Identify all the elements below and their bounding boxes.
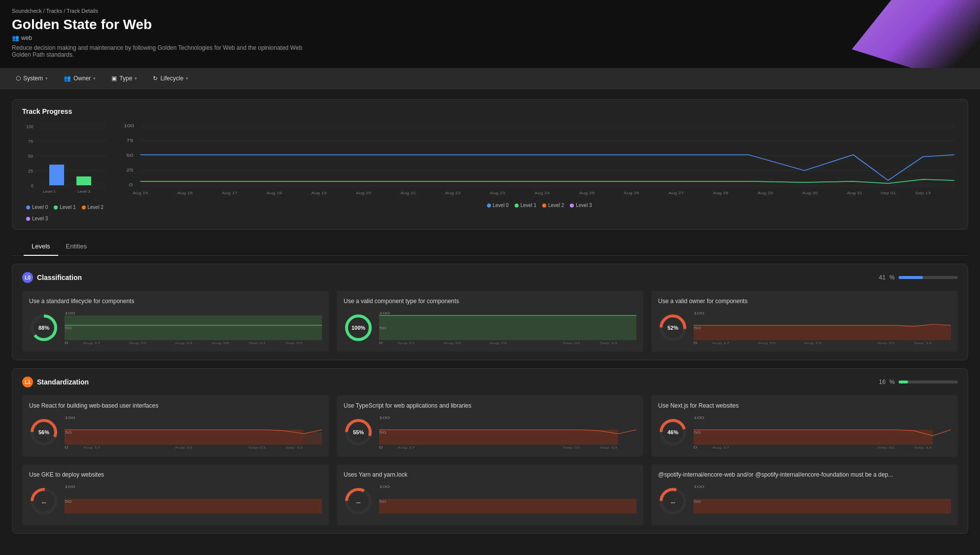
svg-text:50: 50 [694, 431, 701, 434]
svg-text:Aug 17: Aug 17 [83, 342, 100, 345]
bar-chart-svg: 100 75 50 25 0 [22, 121, 111, 200]
bar-chart-legend: Level 0 Level 1 Level 2 Level 3 [22, 205, 121, 221]
svg-text:Sep 01: Sep 01 [880, 191, 896, 195]
svg-text:100: 100 [26, 124, 34, 129]
classification-card: L0 Classification 41% Use a standard lif… [12, 264, 968, 360]
svg-text:Sep 01: Sep 01 [877, 446, 895, 450]
line-chart: 100 75 50 25 0 [121, 121, 958, 221]
mini-line-chart: 100 50 [379, 484, 636, 519]
svg-text:Aug 27: Aug 27 [668, 191, 684, 195]
line-chart-svg: 100 75 50 25 0 [121, 121, 958, 200]
svg-text:Aug 20: Aug 20 [444, 342, 461, 345]
svg-text:100: 100 [694, 312, 704, 315]
classification-title: Classification [37, 274, 82, 281]
svg-text:Aug 29: Aug 29 [758, 191, 773, 195]
svg-text:25: 25 [28, 169, 33, 173]
metric-title: Uses Yarn and yarn.lock [344, 471, 636, 478]
metric-card: Use Next.js for React websites 46% [651, 395, 958, 456]
classification-pct-row: 41% [879, 274, 958, 281]
svg-text:Aug 23: Aug 23 [175, 446, 192, 450]
standardization-bottom-metrics: Use GKE to deploy websites ... [22, 464, 958, 525]
svg-text:Aug 20: Aug 20 [758, 342, 775, 345]
track-progress-title: Track Progress [22, 107, 958, 115]
donut-chart: 46% [658, 417, 688, 447]
donut-chart: ... [344, 486, 373, 516]
svg-text:Sep 01: Sep 01 [563, 446, 580, 450]
svg-text:Sep 01: Sep 01 [248, 446, 266, 450]
svg-text:50: 50 [694, 326, 701, 330]
chevron-down-icon: ▾ [135, 76, 137, 81]
svg-rect-58 [379, 315, 636, 340]
metric-title: Use a valid component type for component… [344, 298, 636, 305]
svg-text:Sep 13: Sep 13 [599, 446, 617, 450]
svg-rect-120 [694, 499, 951, 514]
svg-text:100: 100 [694, 485, 704, 488]
svg-text:50: 50 [126, 153, 133, 158]
svg-text:Aug 30: Aug 30 [802, 191, 818, 195]
tab-levels[interactable]: Levels [24, 238, 58, 256]
metric-title: Use a valid owner for components [658, 298, 951, 305]
svg-text:Aug 17: Aug 17 [397, 446, 415, 450]
filter-type[interactable]: ▣ Type ▾ [107, 73, 141, 84]
svg-text:Aug 19: Aug 19 [311, 191, 327, 195]
svg-text:Aug 23: Aug 23 [804, 342, 821, 345]
breadcrumb-root[interactable]: Soundcheck [12, 8, 42, 14]
line-chart-legend: Level 0 Level 1 Level 2 Level 3 [121, 203, 958, 208]
donut-chart: ... [658, 486, 688, 516]
svg-text:Sep 13: Sep 13 [599, 342, 617, 345]
svg-text:Aug 28: Aug 28 [713, 191, 729, 195]
metric-card-encore: @spotify-internal/encore-web and/or @spo… [651, 464, 958, 525]
svg-text:100: 100 [694, 416, 704, 419]
chevron-down-icon: ▾ [186, 76, 188, 81]
svg-text:Aug 24: Aug 24 [534, 191, 550, 195]
standardization-metrics: Use React for building web-based user in… [22, 395, 958, 456]
lifecycle-icon: ↻ [153, 75, 158, 82]
donut-chart: 56% [29, 417, 59, 447]
svg-rect-115 [379, 499, 636, 514]
breadcrumb-tracks[interactable]: Tracks [46, 8, 63, 14]
mini-line-chart: 100 50 0 Aug 17 Aug 20 Aug 23 Sep 01 Sep… [379, 311, 636, 345]
page-header: Soundcheck / Tracks / Track Details Gold… [0, 0, 980, 68]
svg-text:0: 0 [694, 341, 697, 345]
svg-text:50: 50 [65, 500, 72, 503]
svg-text:25: 25 [126, 168, 133, 173]
svg-text:100: 100 [65, 485, 75, 488]
metric-card: Use React for building web-based user in… [22, 395, 329, 456]
filter-owner[interactable]: 👥 Owner ▾ [60, 73, 100, 84]
standardization-title: Standardization [37, 378, 89, 386]
metric-title: Use GKE to deploy websites [29, 471, 322, 478]
svg-text:100: 100 [65, 312, 75, 315]
svg-text:Aug 22: Aug 22 [445, 191, 461, 195]
svg-text:Sep 01: Sep 01 [563, 342, 580, 345]
svg-text:Aug 26: Aug 26 [624, 191, 639, 195]
svg-text:Aug 25: Aug 25 [579, 191, 595, 195]
svg-text:Sep 13: Sep 13 [914, 446, 931, 450]
svg-text:Aug 17: Aug 17 [712, 446, 729, 450]
svg-text:Aug 15: Aug 15 [133, 191, 148, 195]
filter-system[interactable]: ⬡ System ▾ [12, 73, 52, 84]
donut-chart: 88% [29, 313, 59, 343]
filter-lifecycle[interactable]: ↻ Lifecycle ▾ [149, 73, 192, 84]
standardization-badge: L1 [22, 377, 33, 387]
svg-text:Sep 13: Sep 13 [914, 342, 931, 345]
standardization-card: L1 Standardization 16% Use React for bui… [12, 368, 968, 534]
classification-badge: L0 [22, 272, 33, 283]
donut-chart: 100% [344, 313, 373, 343]
donut-chart: 52% [658, 313, 688, 343]
svg-text:Aug 17: Aug 17 [83, 446, 100, 450]
svg-text:Aug 21: Aug 21 [400, 191, 416, 195]
svg-text:Aug 17: Aug 17 [397, 342, 415, 345]
chevron-down-icon: ▾ [93, 76, 96, 81]
page-description: Reduce decision making and maintenance b… [12, 44, 308, 58]
metric-card: Use a standard lifecycle for components … [22, 291, 329, 352]
metric-card-yarn: Uses Yarn and yarn.lock ... [337, 464, 643, 525]
svg-text:Aug 23: Aug 23 [490, 191, 505, 195]
metric-title: Use a standard lifecycle for components [29, 298, 322, 305]
tab-entities[interactable]: Entities [58, 238, 95, 256]
svg-text:Aug 20: Aug 20 [129, 342, 146, 345]
mini-line-chart: 100 50 0 Aug 17 Sep 01 Sep 13 [694, 415, 951, 450]
svg-text:Aug 20: Aug 20 [356, 191, 372, 195]
svg-text:50: 50 [694, 500, 701, 503]
svg-rect-11 [76, 176, 91, 185]
svg-text:Sep 07: Sep 07 [285, 342, 302, 345]
